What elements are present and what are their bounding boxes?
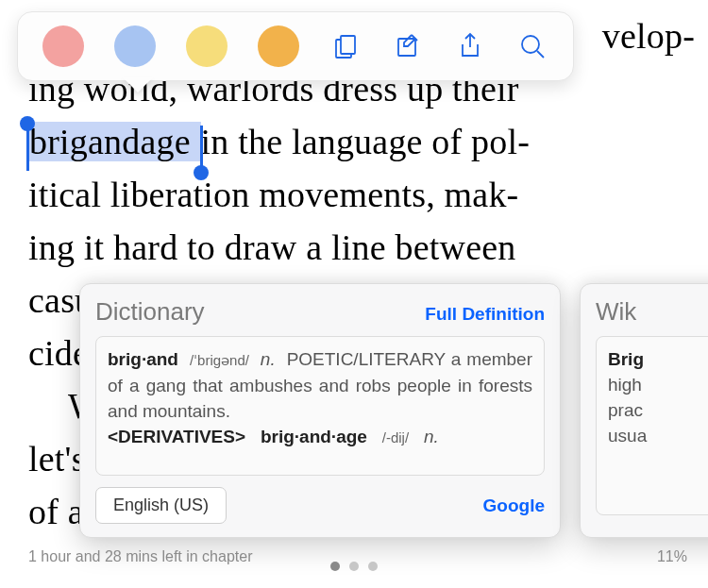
wikipedia-body[interactable]: Brig high prac usua <box>596 336 708 515</box>
svg-rect-0 <box>341 36 355 54</box>
text-line: ing it hard to draw a line between <box>28 221 700 274</box>
highlight-red[interactable] <box>42 25 84 67</box>
svg-point-2 <box>522 36 539 53</box>
page-dot[interactable] <box>330 562 340 571</box>
selection-handle-end[interactable] <box>200 126 203 171</box>
dictionary-card: Dictionary Full Definition brig·and /ˈbr… <box>79 283 561 538</box>
highlight-yellow[interactable] <box>186 25 228 67</box>
language-button[interactable]: English (US) <box>95 487 227 524</box>
text-selection[interactable]: brigandage <box>28 122 201 161</box>
toolbar-caret <box>123 77 153 92</box>
highlight-orange[interactable] <box>258 25 299 67</box>
page-indicator[interactable] <box>330 562 378 571</box>
dictionary-title: Dictionary <box>95 297 205 327</box>
text-line: itical liberation movements, mak- <box>28 168 700 221</box>
highlight-blue[interactable] <box>114 25 156 67</box>
reading-time-left: 1 hour and 28 mins left in chapter <box>28 548 252 565</box>
text-line: brigandage in the language of pol- <box>28 115 700 168</box>
wikipedia-card: Wik Brig high prac usua <box>580 283 708 538</box>
page-dot[interactable] <box>349 562 359 571</box>
page-dot[interactable] <box>368 562 378 571</box>
full-definition-link[interactable]: Full Definition <box>425 304 545 325</box>
note-icon[interactable] <box>392 30 424 62</box>
google-link[interactable]: Google <box>483 496 545 516</box>
copy-icon[interactable] <box>329 30 362 62</box>
selection-handle-start[interactable] <box>26 126 29 171</box>
wikipedia-title: Wik <box>596 297 708 327</box>
definition-box[interactable]: brig·and /ˈbrigənd/ n. POETIC/LITERARY a… <box>95 336 545 476</box>
share-icon[interactable] <box>454 30 486 62</box>
reading-progress: 11% <box>657 548 687 565</box>
search-icon[interactable] <box>516 30 548 62</box>
selection-toolbar <box>17 11 574 81</box>
